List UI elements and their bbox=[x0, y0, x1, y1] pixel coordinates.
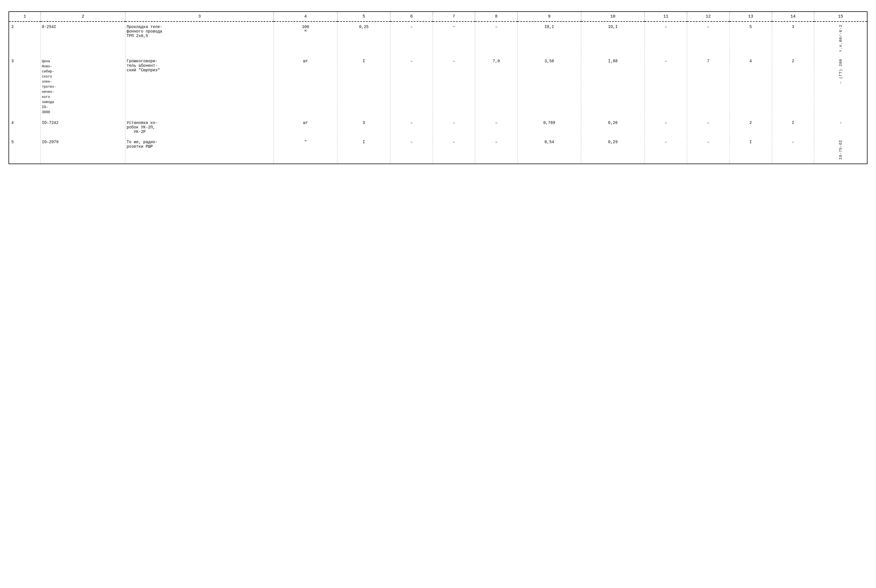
row-code: IO–7242 bbox=[41, 118, 125, 137]
row-col11: – bbox=[645, 118, 687, 137]
row-col8: – bbox=[475, 21, 518, 56]
col-header-2: 2 bbox=[41, 12, 125, 21]
row-unit: 100М bbox=[274, 21, 338, 56]
row-col9: 0,769 bbox=[518, 118, 581, 137]
row-unit: " bbox=[274, 137, 338, 164]
row-col6: – bbox=[391, 118, 433, 137]
col-header-4: 4 bbox=[274, 12, 338, 21]
col-header-12: 12 bbox=[687, 12, 730, 21]
row-col8: – bbox=[475, 137, 518, 164]
row-col13: 2 bbox=[729, 118, 772, 137]
row-col12: – bbox=[687, 118, 730, 137]
row-col14: I bbox=[772, 118, 814, 137]
row-col14: 3 bbox=[772, 21, 814, 56]
row-col14: 2 bbox=[772, 56, 814, 118]
row-num: 5 bbox=[9, 137, 41, 164]
row-num: 2 bbox=[9, 21, 41, 56]
header-row: 1 2 3 4 5 6 7 8 9 10 11 12 13 14 15 bbox=[9, 12, 867, 21]
data-table: 1 2 3 4 5 6 7 8 9 10 11 12 13 14 15 2 8-… bbox=[9, 11, 867, 164]
row-unit: шт bbox=[274, 118, 338, 137]
row-num: 3 bbox=[9, 56, 41, 118]
row-col13: I bbox=[729, 137, 772, 164]
row-col15: т.п.80/-6-2 bbox=[814, 21, 867, 56]
col-header-13: 13 bbox=[729, 12, 772, 21]
row-col12: 7 bbox=[687, 56, 730, 118]
row-col12: – bbox=[687, 21, 730, 56]
row-code: ЦенаНово-сибир-скогоэлек-тротех-ничео-ко… bbox=[41, 56, 125, 118]
table-row: 5 IO–2979 То же, радио-розетки РШР " I –… bbox=[9, 137, 867, 164]
row-col6: – bbox=[391, 56, 433, 118]
row-col9: 3,56 bbox=[518, 56, 581, 118]
row-col12: – bbox=[687, 137, 730, 164]
row-col5: I bbox=[337, 137, 390, 164]
row-code: 8-254I bbox=[41, 21, 125, 56]
row-col6: – bbox=[391, 21, 433, 56]
row-col8: 7,0 bbox=[475, 56, 518, 118]
col-header-14: 14 bbox=[772, 12, 814, 21]
row-col8: – bbox=[475, 118, 518, 137]
col-header-6: 6 bbox=[391, 12, 433, 21]
row-desc: Громкоговори-тель абонент-ский "Сюрприз" bbox=[125, 56, 274, 118]
row-code: IO–2979 bbox=[41, 137, 125, 164]
row-col10: 0,26 bbox=[581, 118, 645, 137]
row-num: 4 bbox=[9, 118, 41, 137]
col-header-8: 8 bbox=[475, 12, 518, 21]
row-col5: 3 bbox=[337, 118, 390, 137]
col-header-10: 10 bbox=[581, 12, 645, 21]
row-desc: То же, радио-розетки РШР bbox=[125, 137, 274, 164]
table-row: 3 ЦенаНово-сибир-скогоэлек-тротех-ничео-… bbox=[9, 56, 867, 118]
row-col5: I bbox=[337, 56, 390, 118]
row-col10: I,88 bbox=[581, 56, 645, 118]
row-unit: шт bbox=[274, 56, 338, 118]
row-col5: 0,25 bbox=[337, 21, 390, 56]
row-col11: – bbox=[645, 21, 687, 56]
row-col14: – bbox=[772, 137, 814, 164]
row-col11: – bbox=[645, 56, 687, 118]
row-col13: 5 bbox=[729, 21, 772, 56]
main-table-wrapper: 1 2 3 4 5 6 7 8 9 10 11 12 13 14 15 2 8-… bbox=[9, 11, 867, 164]
row-col15: – bbox=[814, 118, 867, 137]
row-col7: – bbox=[433, 137, 475, 164]
row-col7: – bbox=[433, 56, 475, 118]
row-col10: IO,I bbox=[581, 21, 645, 56]
col-header-7: 7 bbox=[433, 12, 475, 21]
row-col11: – bbox=[645, 137, 687, 164]
col-header-3: 3 bbox=[125, 12, 274, 21]
col-header-5: 5 bbox=[337, 12, 390, 21]
row-col7: – bbox=[433, 118, 475, 137]
table-row: 2 8-254I Прокладка теле-фонного проводаТ… bbox=[9, 21, 867, 56]
table-row: 4 IO–7242 Установка ко-робок УК-2П, УК-2… bbox=[9, 118, 867, 137]
row-col13: 4 bbox=[729, 56, 772, 118]
row-col15: – (ГТ) 200 bbox=[814, 56, 867, 118]
row-col9: I8,I bbox=[518, 21, 581, 56]
row-col9: 0,54 bbox=[518, 137, 581, 164]
row-desc: Прокладка теле-фонного проводаТРП 2х0,5 bbox=[125, 21, 274, 56]
row-col7: ~ bbox=[433, 21, 475, 56]
row-col10: 0,29 bbox=[581, 137, 645, 164]
col-header-9: 9 bbox=[518, 12, 581, 21]
row-col6: – bbox=[391, 137, 433, 164]
col-header-1: 1 bbox=[9, 12, 41, 21]
col-header-15: 15 bbox=[814, 12, 867, 21]
row-desc: Установка ко-робок УК-2П, УК-2Р bbox=[125, 118, 274, 137]
col-header-11: 11 bbox=[645, 12, 687, 21]
row-col15: IO-75-OI bbox=[814, 137, 867, 164]
